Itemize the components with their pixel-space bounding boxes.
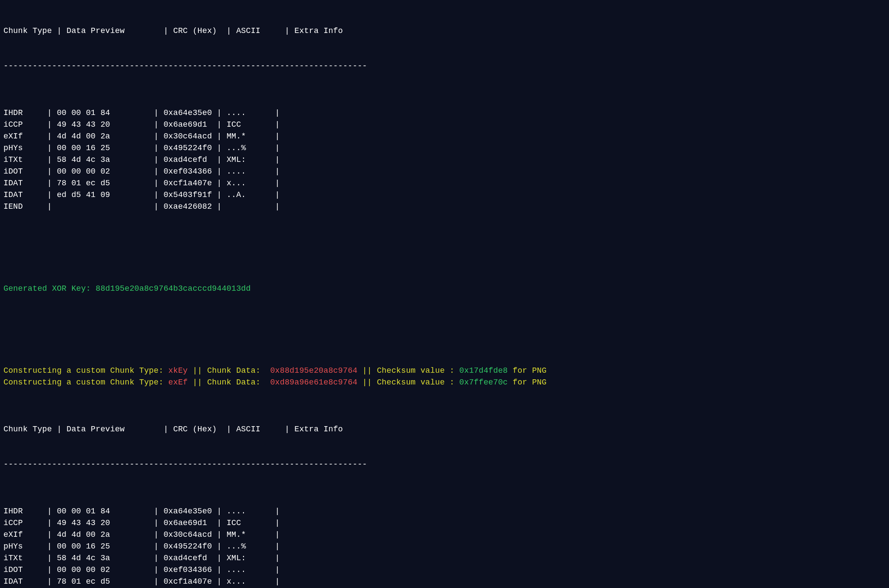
crc-hex: 0x30c64acd	[164, 530, 212, 539]
constructing-mid: || Checksum value :	[357, 378, 459, 387]
constructing-checksum: 0x7ffee70c	[459, 378, 508, 387]
crc-hex: 0x5403f91f	[164, 191, 212, 199]
divider: ----------------------------------------…	[3, 60, 886, 72]
sep: |	[270, 167, 285, 176]
chunk-type: eXIf	[3, 530, 42, 539]
constructing-post: for PNG	[508, 378, 547, 387]
ascii: ....	[227, 108, 270, 117]
data-preview: 4d 4d 00 2a	[57, 132, 149, 141]
sep: |	[149, 167, 164, 176]
constructing-pre: Constructing a custom Chunk Type:	[3, 366, 168, 375]
crc-hex: 0x495224f0	[164, 542, 212, 551]
sep: |	[270, 542, 285, 551]
ascii: ....	[227, 565, 270, 574]
constructing-line: Constructing a custom Chunk Type: exEf |…	[3, 377, 886, 388]
chunk-row: eXIf | 4d 4d 00 2a | 0x30c64acd | MM.* |	[3, 131, 886, 142]
sep: |	[270, 120, 285, 129]
sep: |	[42, 202, 57, 211]
sep: |	[42, 179, 57, 187]
constructing-post: for PNG	[508, 366, 547, 375]
crc-hex: 0xae426082	[164, 202, 212, 211]
sep: |	[270, 202, 285, 211]
crc-hex: 0xa64e35e0	[164, 507, 212, 516]
sep: |	[149, 191, 164, 199]
constructing-data: 0x88d195e20a8c9764	[270, 366, 357, 375]
crc-hex: 0xef034366	[164, 565, 212, 574]
constructing-type: exEf	[168, 378, 188, 387]
data-preview: 78 01 ec d5	[57, 179, 149, 187]
sep: |	[42, 519, 57, 527]
sep: |	[270, 155, 285, 164]
sep: |	[42, 120, 57, 129]
sep: |	[149, 577, 164, 586]
chunk-type: IHDR	[3, 108, 42, 117]
sep: |	[212, 179, 227, 187]
sep: |	[149, 519, 164, 527]
constructing-mid: || Chunk Data:	[188, 378, 270, 387]
ascii: ....	[227, 507, 270, 516]
sep: |	[149, 179, 164, 187]
crc-hex: 0xcf1a407e	[164, 179, 212, 187]
chunk-type: pHYs	[3, 542, 42, 551]
chunk-type: eXIf	[3, 132, 42, 141]
sep: |	[270, 179, 285, 187]
constructing-line: Constructing a custom Chunk Type: xkEy |…	[3, 365, 886, 377]
crc-hex: 0x495224f0	[164, 144, 212, 152]
sep: |	[212, 530, 227, 539]
ascii: ..A.	[227, 191, 270, 199]
chunk-type: IHDR	[3, 507, 42, 516]
sep: |	[270, 554, 285, 562]
sep: |	[149, 155, 164, 164]
chunk-row: eXIf | 4d 4d 00 2a | 0x30c64acd | MM.* |	[3, 529, 886, 541]
chunk-type: IDAT	[3, 179, 42, 187]
sep: |	[212, 565, 227, 574]
data-preview: 78 01 ec d5	[57, 577, 149, 586]
sep: |	[149, 542, 164, 551]
chunk-type: pHYs	[3, 144, 42, 152]
sep: |	[212, 108, 227, 117]
sep: |	[42, 144, 57, 152]
chunk-type: IEND	[3, 202, 42, 211]
chunk-type: iDOT	[3, 565, 42, 574]
sep: |	[149, 132, 164, 141]
terminal-output[interactable]: Chunk Type | Data Preview | CRC (Hex) | …	[0, 0, 889, 588]
chunk-type: iCCP	[3, 120, 42, 129]
sep: |	[149, 530, 164, 539]
constructing-checksum: 0x17d4fde8	[459, 366, 508, 375]
chunk-row: IDAT | 78 01 ec d5 | 0xcf1a407e | x... |	[3, 576, 886, 588]
sep: |	[212, 542, 227, 551]
ascii: ...%	[227, 542, 270, 551]
crc-hex: 0xad4cefd	[164, 155, 212, 164]
chunk-row: pHYs | 00 00 16 25 | 0x495224f0 | ...% |	[3, 541, 886, 552]
divider: ----------------------------------------…	[3, 459, 886, 470]
chunk-type: iTXt	[3, 155, 42, 164]
chunk-row: iTXt | 58 4d 4c 3a | 0xad4cefd | XML: |	[3, 154, 886, 166]
crc-hex: 0xa64e35e0	[164, 108, 212, 117]
sep: |	[270, 565, 285, 574]
constructing-pre: Constructing a custom Chunk Type:	[3, 378, 168, 387]
data-preview: 00 00 01 84	[57, 108, 149, 117]
sep: |	[42, 132, 57, 141]
crc-hex: 0xef034366	[164, 167, 212, 176]
ascii: ICC	[227, 519, 270, 527]
sep: |	[149, 507, 164, 516]
chunk-type: IDAT	[3, 577, 42, 586]
sep: |	[149, 120, 164, 129]
crc-hex: 0x6ae69d1	[164, 120, 212, 129]
sep: |	[212, 191, 227, 199]
chunk-type: IDAT	[3, 191, 42, 199]
chunk-row: pHYs | 00 00 16 25 | 0x495224f0 | ...% |	[3, 142, 886, 154]
sep: |	[42, 530, 57, 539]
data-preview: 49 43 43 20	[57, 120, 149, 129]
chunk-row: iTXt | 58 4d 4c 3a | 0xad4cefd | XML: |	[3, 552, 886, 564]
crc-hex: 0xcf1a407e	[164, 577, 212, 586]
sep: |	[42, 191, 57, 199]
sep: |	[270, 507, 285, 516]
crc-hex: 0xad4cefd	[164, 554, 212, 562]
ascii: XML:	[227, 155, 270, 164]
crc-hex: 0x30c64acd	[164, 132, 212, 141]
chunk-row: iCCP | 49 43 43 20 | 0x6ae69d1 | ICC |	[3, 119, 886, 131]
sep: |	[212, 519, 227, 527]
sep: |	[42, 155, 57, 164]
sep: |	[42, 507, 57, 516]
